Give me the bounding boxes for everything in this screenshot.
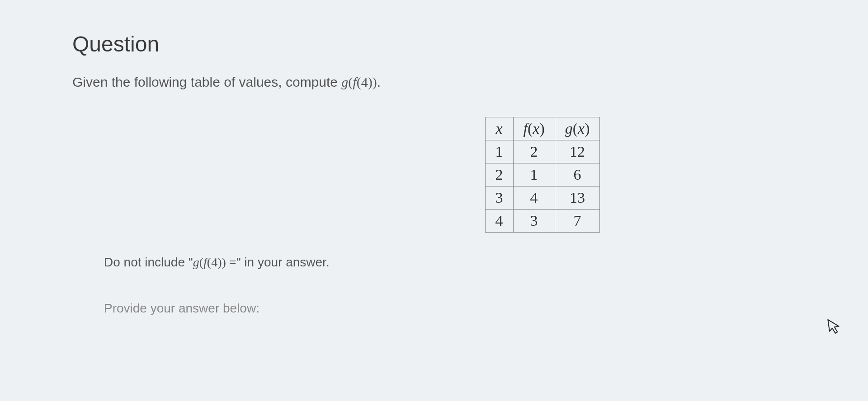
table-row: 3 4 13 <box>485 187 600 210</box>
values-table: x f(x) g(x) 1 2 12 2 1 6 3 4 <box>485 117 600 233</box>
cursor-icon <box>827 317 842 338</box>
table-row: 2 1 6 <box>485 163 600 187</box>
cell-gx: 13 <box>555 187 600 210</box>
cell-x: 4 <box>485 210 513 233</box>
cell-fx: 2 <box>513 140 555 163</box>
prompt-text: Given the following table of values, com… <box>72 75 341 89</box>
hint-expression: g(f(4)) = <box>193 255 236 269</box>
cell-x: 3 <box>485 187 513 210</box>
hint-text: Do not include "g(f(4)) =" in your answe… <box>104 255 796 270</box>
cell-gx: 12 <box>555 140 600 163</box>
table-row: 1 2 12 <box>485 140 600 163</box>
question-container: Question Given the following table of va… <box>0 0 868 316</box>
prompt-expression: g(f(4)) <box>341 75 377 89</box>
cell-fx: 4 <box>513 187 555 210</box>
table-wrapper: x f(x) g(x) 1 2 12 2 1 6 3 4 <box>289 117 796 233</box>
cell-fx: 3 <box>513 210 555 233</box>
cell-x: 1 <box>485 140 513 163</box>
question-prompt: Given the following table of values, com… <box>72 75 796 90</box>
table-header-row: x f(x) g(x) <box>485 117 600 140</box>
col-header-fx: f(x) <box>513 117 555 140</box>
cell-gx: 7 <box>555 210 600 233</box>
provide-answer-label: Provide your answer below: <box>104 301 796 316</box>
table-row: 4 3 7 <box>485 210 600 233</box>
col-header-x: x <box>485 117 513 140</box>
cell-fx: 1 <box>513 163 555 187</box>
col-header-gx: g(x) <box>555 117 600 140</box>
cell-x: 2 <box>485 163 513 187</box>
cell-gx: 6 <box>555 163 600 187</box>
question-heading: Question <box>72 32 796 56</box>
